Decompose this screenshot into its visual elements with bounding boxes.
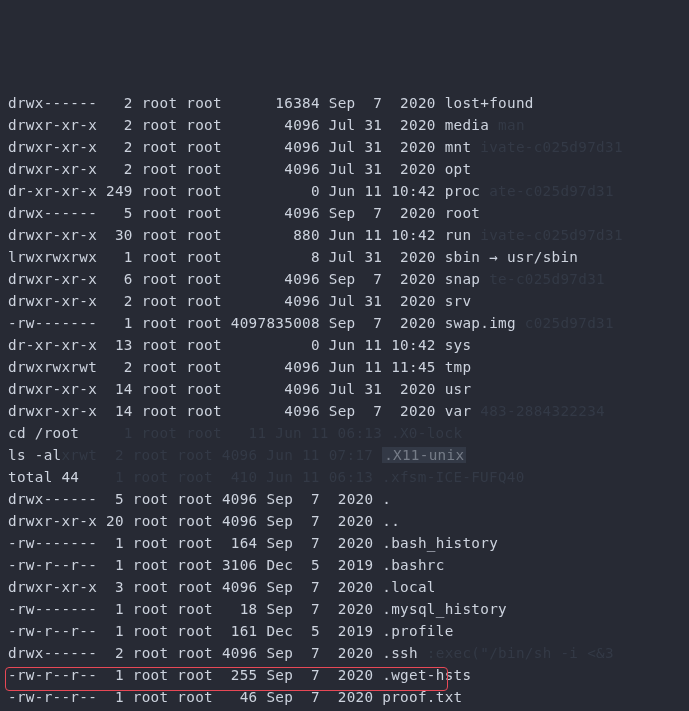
- file-size: 4096: [231, 139, 320, 155]
- owner: root: [133, 513, 169, 529]
- link-count: 2: [106, 161, 133, 177]
- group: root: [186, 337, 222, 353]
- date: Sep 7: [266, 601, 319, 617]
- time-or-year: 11:45: [391, 359, 436, 375]
- group: root: [186, 205, 222, 221]
- group: root: [177, 667, 213, 683]
- date: Jun 11: [329, 359, 382, 375]
- owner: root: [142, 205, 178, 221]
- permissions: drwxrwxrwt: [8, 359, 97, 375]
- time-or-year: 2020: [391, 95, 436, 111]
- file-name: snap: [445, 271, 481, 287]
- owner: root: [142, 359, 178, 375]
- owner: root: [133, 645, 169, 661]
- permissions: -rw-------: [8, 535, 97, 551]
- file-name: media: [445, 117, 490, 133]
- total-line: total 44: [8, 469, 79, 485]
- link-count: 2: [106, 293, 133, 309]
- file-size: 4096: [231, 161, 320, 177]
- group: root: [186, 161, 222, 177]
- file-name: sbin: [445, 249, 481, 265]
- owner: root: [142, 161, 178, 177]
- permissions: drwxr-xr-x: [8, 381, 97, 397]
- group: root: [177, 579, 213, 595]
- group: root: [177, 557, 213, 573]
- background-bleed: 1 root root 11 Jun 11 06:13 .X0-lock: [79, 425, 462, 441]
- date: Dec 5: [266, 557, 319, 573]
- owner: root: [142, 271, 178, 287]
- link-count: 2: [106, 95, 133, 111]
- owner: root: [142, 381, 178, 397]
- file-size: 4096: [231, 403, 320, 419]
- link-count: 1: [106, 601, 124, 617]
- date: Jul 31: [329, 117, 382, 133]
- group: root: [177, 623, 213, 639]
- permissions: -rw-r--r--: [8, 689, 97, 705]
- group: root: [186, 249, 222, 265]
- link-count: 1: [106, 315, 133, 331]
- command-cd: cd /root: [8, 425, 79, 441]
- permissions: drwxr-xr-x: [8, 139, 97, 155]
- owner: root: [133, 689, 169, 705]
- file-name: .bash_history: [382, 535, 498, 551]
- group: root: [186, 381, 222, 397]
- date: Jul 31: [329, 139, 382, 155]
- date: Jul 31: [329, 293, 382, 309]
- file-name: .local: [382, 579, 435, 595]
- command-ls: ls -al: [8, 447, 61, 463]
- file-size: 4096: [222, 513, 258, 529]
- time-or-year: 10:42: [391, 337, 436, 353]
- permissions: lrwxrwxrwx: [8, 249, 97, 265]
- owner: root: [142, 337, 178, 353]
- terminal-output[interactable]: drwx------ 2 root root 16384 Sep 7 2020 …: [8, 92, 681, 711]
- file-name: tmp: [445, 359, 472, 375]
- date: Sep 7: [329, 315, 382, 331]
- time-or-year: 2020: [391, 381, 436, 397]
- time-or-year: 2020: [329, 667, 374, 683]
- owner: root: [142, 403, 178, 419]
- owner: root: [133, 667, 169, 683]
- permissions: drwx------: [8, 491, 97, 507]
- date: Sep 7: [329, 271, 382, 287]
- background-bleed: ivate-c025d97d31: [471, 139, 622, 155]
- file-name: proc: [445, 183, 481, 199]
- link-count: 2: [106, 117, 133, 133]
- owner: root: [133, 535, 169, 551]
- background-bleed-highlight: .X11-unix: [382, 447, 466, 463]
- time-or-year: 2020: [391, 161, 436, 177]
- date: Jun 11: [329, 227, 382, 243]
- file-name: .profile: [382, 623, 453, 639]
- permissions: -rw-------: [8, 315, 97, 331]
- link-count: 20: [106, 513, 124, 529]
- permissions: drwxr-xr-x: [8, 271, 97, 287]
- file-name: .ssh: [382, 645, 418, 661]
- file-size: 255: [222, 667, 258, 683]
- group: root: [177, 491, 213, 507]
- time-or-year: 2020: [391, 117, 436, 133]
- group: root: [177, 535, 213, 551]
- date: Jun 11: [329, 183, 382, 199]
- link-count: 1: [106, 249, 133, 265]
- symlink-arrow-icon: → usr/sbin: [489, 249, 578, 265]
- file-size: 46: [222, 689, 258, 705]
- time-or-year: 2020: [329, 513, 374, 529]
- file-name: .bashrc: [382, 557, 444, 573]
- background-bleed: :exec("/bin/sh -i <&3: [418, 645, 614, 661]
- permissions: -rw-r--r--: [8, 557, 97, 573]
- permissions: dr-xr-xr-x: [8, 183, 97, 199]
- file-name: usr: [445, 381, 472, 397]
- date: Jul 31: [329, 381, 382, 397]
- group: root: [186, 315, 222, 331]
- group: root: [186, 183, 222, 199]
- link-count: 14: [106, 403, 133, 419]
- link-count: 1: [106, 557, 124, 573]
- file-name: mnt: [445, 139, 472, 155]
- time-or-year: 10:42: [391, 183, 436, 199]
- date: Sep 7: [329, 205, 382, 221]
- file-name: ..: [382, 513, 400, 529]
- time-or-year: 2020: [391, 249, 436, 265]
- link-count: 2: [106, 359, 133, 375]
- date: Sep 7: [266, 667, 319, 683]
- time-or-year: 2020: [329, 491, 374, 507]
- owner: root: [142, 315, 178, 331]
